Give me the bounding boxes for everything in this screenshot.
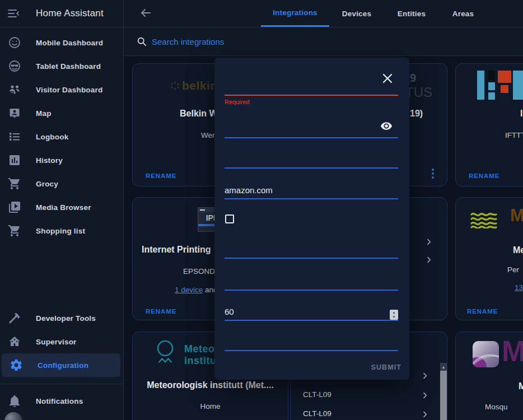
- sidebar-item-shopping-list[interactable]: Shopping list: [0, 219, 123, 242]
- cart-icon: [8, 224, 21, 237]
- sidebar-item-visitor-dashboard[interactable]: Visitor Dashboard: [0, 78, 123, 101]
- sidebar-item-configuration[interactable]: Configuration: [2, 353, 120, 377]
- entities-link[interactable]: 13: [515, 283, 523, 292]
- dialog-field-1[interactable]: [225, 79, 398, 96]
- list-bulleted-icon: [8, 130, 21, 143]
- sidebar-header: Home Assistant: [0, 0, 123, 27]
- met-waves-logo: [470, 212, 499, 231]
- search-input[interactable]: Search integrations: [124, 27, 523, 56]
- submit-button[interactable]: SUBMIT: [371, 363, 401, 371]
- sidebar-item-notifications[interactable]: Notifications: [0, 389, 123, 413]
- dots-vertical-icon[interactable]: [429, 166, 436, 181]
- sidebar-item-developer-tools[interactable]: Developer Tools: [0, 306, 123, 330]
- sidebar-item-grocy[interactable]: Grocy: [0, 172, 123, 195]
- logo-fragment: 9: [410, 72, 416, 85]
- scrollbar[interactable]: ▲: [440, 363, 447, 420]
- home-assistant-icon: [8, 335, 21, 348]
- sidebar-item-supervisor[interactable]: Supervisor: [0, 330, 123, 353]
- hammer-icon: [8, 311, 21, 325]
- card-subtitle: Mosqu: [485, 403, 508, 411]
- dialog-field-domain[interactable]: amazon.com: [225, 183, 398, 199]
- tab-areas[interactable]: Areas: [448, 0, 478, 27]
- integration-card-ifttt: I IFTTT RENAME: [455, 63, 523, 186]
- dialog-field-interval[interactable]: 60: [225, 304, 398, 321]
- card-title-fragment: 19): [410, 109, 423, 119]
- sidebar-item-map[interactable]: Map: [0, 101, 123, 125]
- gear-icon: [10, 358, 23, 372]
- scrollbar-thumb[interactable]: [440, 371, 447, 420]
- card-title: Internet Printing: [142, 245, 211, 255]
- card-subtitle: Per: [507, 265, 519, 274]
- card-title-fragment: I: [520, 109, 522, 119]
- card-title: Belkin W: [180, 109, 218, 119]
- devices-link[interactable]: 1 device: [175, 286, 203, 294]
- integration-card-met: Me Me Per 13 RENAME: [455, 197, 523, 320]
- rename-button[interactable]: RENAME: [146, 172, 176, 179]
- home-assistant-window: Home Assistant Mobile Dashboard Tablet D…: [0, 0, 523, 420]
- chevron-right-icon[interactable]: [424, 237, 433, 246]
- met-logo-fragment: Me: [510, 206, 523, 226]
- devices-line: 1 device and: [175, 286, 218, 294]
- dialog-field-3[interactable]: [225, 152, 398, 169]
- tab-entities[interactable]: Entities: [392, 0, 431, 27]
- chevron-right-icon: [421, 410, 429, 419]
- card-subtitle: Home: [133, 402, 288, 410]
- card-subtitle: IFTTT: [505, 131, 523, 139]
- search-placeholder: Search integrations: [152, 37, 224, 46]
- field-error-helper: Required: [225, 99, 250, 105]
- sidebar-item-history[interactable]: History: [0, 148, 123, 172]
- integration-card-mosquitto: M M Mosqu: [455, 332, 523, 420]
- card-title: Meteorologisk institutt (Met....: [133, 380, 288, 390]
- card-title-fragment: M: [519, 381, 523, 391]
- ifttt-blocks-logo: [477, 71, 523, 102]
- number-stepper[interactable]: ▲▼: [390, 310, 398, 320]
- sidebar-item-mobile-dashboard[interactable]: Mobile Dashboard: [0, 31, 123, 54]
- dialog-field-5[interactable]: [225, 242, 398, 259]
- arrow-left-icon[interactable]: [139, 6, 152, 20]
- logo-fragment: TUS: [405, 85, 432, 100]
- metno-circle-logo: [155, 340, 176, 369]
- mosquitto-logo-letter: M: [502, 334, 523, 368]
- emoticon-cool-icon: [8, 59, 21, 73]
- sidebar-item-logbook[interactable]: Logbook: [0, 125, 123, 148]
- user-avatar[interactable]: [4, 412, 22, 420]
- eye-icon[interactable]: [380, 120, 393, 132]
- account-switch-icon: [8, 83, 21, 96]
- rename-button[interactable]: RENAME: [467, 308, 498, 315]
- sidebar-item-media-browser[interactable]: Media Browser: [0, 195, 123, 219]
- config-flow-dialog: Required amazon.com 60 ▲▼ SUBMIT: [214, 58, 409, 380]
- dialog-field-6[interactable]: [225, 274, 398, 291]
- rename-button[interactable]: RENAME: [469, 172, 499, 179]
- menu-open-icon[interactable]: [7, 7, 20, 20]
- metno-logo-text: Meteo institu: [184, 343, 217, 367]
- dialog-field-password[interactable]: [225, 122, 398, 138]
- chevron-right-icon[interactable]: [424, 255, 433, 264]
- chevron-right-icon: [421, 371, 429, 380]
- chevron-right-icon: [421, 391, 429, 400]
- sidebar: Home Assistant Mobile Dashboard Tablet D…: [0, 0, 124, 420]
- top-bar: Integrations Devices Entities Areas: [124, 0, 523, 27]
- bar-chart-box-icon: [8, 153, 21, 167]
- emoticon-happy-icon: [8, 36, 21, 49]
- belkin-logo: belkin: [170, 79, 218, 92]
- play-box-icon: [8, 200, 21, 214]
- search-icon: [136, 36, 147, 47]
- sidebar-item-tablet-dashboard[interactable]: Tablet Dashboard: [0, 54, 123, 78]
- tab-devices[interactable]: Devices: [336, 0, 377, 27]
- dialog-checkbox[interactable]: [225, 214, 234, 223]
- bell-icon: [8, 394, 21, 408]
- cart-icon: [8, 177, 21, 190]
- dialog-field-8[interactable]: [225, 334, 398, 351]
- sidebar-divider: [0, 384, 123, 384]
- scrollbar-up-icon[interactable]: ▲: [440, 363, 447, 371]
- rename-button[interactable]: RENAME: [146, 308, 176, 315]
- card-title-fragment: Me: [513, 245, 523, 255]
- tab-integrations[interactable]: Integrations: [261, 0, 329, 27]
- mosquitto-swirl-logo: [473, 341, 499, 370]
- app-title: Home Assistant: [36, 8, 104, 19]
- account-marker-icon: [8, 106, 21, 120]
